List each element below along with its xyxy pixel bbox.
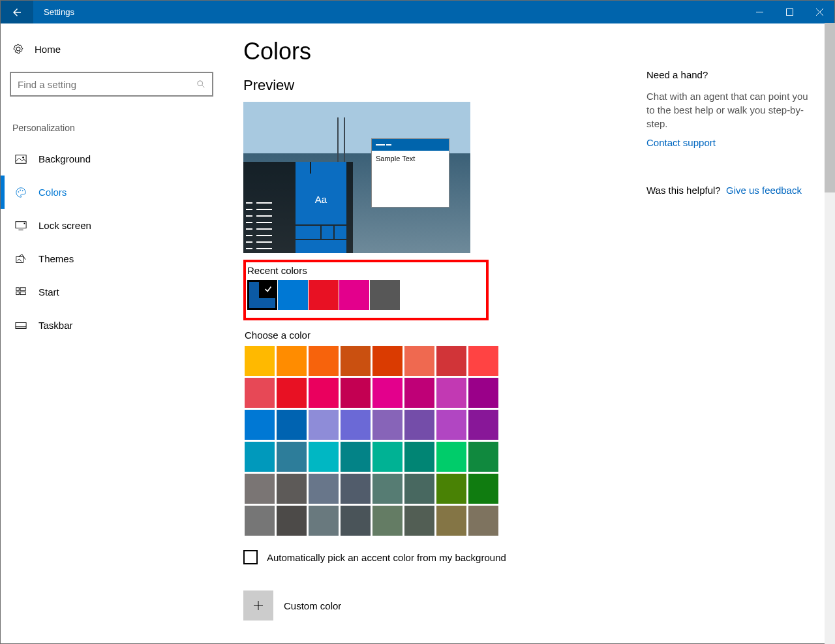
svg-rect-17 <box>16 322 26 328</box>
custom-color-row[interactable]: Custom color <box>243 590 834 621</box>
maximize-button[interactable] <box>774 1 804 23</box>
page-title: Colors <box>243 38 834 65</box>
color-swatch[interactable] <box>277 410 307 440</box>
color-swatch[interactable] <box>436 346 466 376</box>
color-swatch[interactable] <box>372 410 402 440</box>
sidebar-item-colors[interactable]: Colors <box>10 176 213 209</box>
plus-icon <box>253 600 264 611</box>
recent-color-swatch[interactable] <box>339 280 369 310</box>
scrollbar-thumb[interactable] <box>825 23 835 192</box>
color-swatch[interactable] <box>245 506 275 536</box>
home-label: Home <box>35 44 61 55</box>
color-swatch[interactable] <box>341 410 371 440</box>
color-swatch[interactable] <box>404 346 434 376</box>
auto-pick-checkbox-row[interactable]: Automatically pick an accent color from … <box>243 550 834 564</box>
svg-rect-13 <box>16 287 20 290</box>
color-swatch[interactable] <box>468 410 498 440</box>
color-swatch[interactable] <box>245 474 275 504</box>
color-swatch[interactable] <box>309 378 339 408</box>
start-grid-icon <box>15 286 27 298</box>
recent-color-swatch[interactable] <box>247 280 277 310</box>
svg-point-6 <box>18 191 20 192</box>
svg-rect-10 <box>24 222 25 224</box>
sidebar-item-label: Start <box>38 286 59 298</box>
minimize-button[interactable] <box>744 1 774 23</box>
window-controls <box>744 1 834 23</box>
svg-rect-1 <box>786 9 793 16</box>
color-swatch[interactable] <box>404 410 434 440</box>
sidebar-item-background[interactable]: Background <box>10 142 213 176</box>
color-swatch[interactable] <box>309 442 339 472</box>
preview-sample-text: Sample Text <box>372 151 449 166</box>
color-swatch[interactable] <box>341 378 371 408</box>
color-swatch[interactable] <box>404 442 434 472</box>
main-pane: Colors Preview Aa Sample Text <box>222 23 834 643</box>
close-button[interactable] <box>804 1 834 23</box>
color-swatch[interactable] <box>468 346 498 376</box>
color-swatch[interactable] <box>436 378 466 408</box>
title-bar: Settings <box>1 1 834 23</box>
close-icon <box>816 8 823 16</box>
picture-icon <box>15 153 27 165</box>
checkbox-icon[interactable] <box>243 550 258 564</box>
color-swatch[interactable] <box>277 378 307 408</box>
color-swatch[interactable] <box>404 474 434 504</box>
color-swatch[interactable] <box>309 410 339 440</box>
monitor-icon <box>15 220 27 232</box>
recent-colors-row <box>246 280 400 310</box>
color-swatch[interactable] <box>372 378 402 408</box>
color-swatch[interactable] <box>309 474 339 504</box>
color-swatch[interactable] <box>436 442 466 472</box>
color-swatch[interactable] <box>404 378 434 408</box>
color-swatch[interactable] <box>436 474 466 504</box>
color-swatch[interactable] <box>309 346 339 376</box>
color-swatch[interactable] <box>372 346 402 376</box>
color-swatch[interactable] <box>277 474 307 504</box>
color-swatch[interactable] <box>245 410 275 440</box>
sidebar-item-label: Lock screen <box>38 220 91 231</box>
color-swatch[interactable] <box>436 506 466 536</box>
window-title: Settings <box>33 1 74 23</box>
color-swatch[interactable] <box>341 506 371 536</box>
back-button[interactable] <box>1 1 33 23</box>
color-swatch[interactable] <box>245 442 275 472</box>
color-swatch[interactable] <box>468 506 498 536</box>
give-feedback-link[interactable]: Give us feedback <box>726 185 802 196</box>
color-swatch[interactable] <box>372 506 402 536</box>
recent-color-swatch[interactable] <box>370 280 400 310</box>
sidebar-item-taskbar[interactable]: Taskbar <box>10 309 213 342</box>
color-swatch[interactable] <box>277 506 307 536</box>
sidebar-item-start[interactable]: Start <box>10 275 213 309</box>
custom-color-label: Custom color <box>284 600 341 611</box>
color-swatch[interactable] <box>468 378 498 408</box>
color-swatch[interactable] <box>341 474 371 504</box>
sidebar-item-lock-screen[interactable]: Lock screen <box>10 209 213 242</box>
sidebar-item-themes[interactable]: Themes <box>10 242 213 275</box>
color-swatch[interactable] <box>245 378 275 408</box>
color-swatch[interactable] <box>277 346 307 376</box>
custom-color-button[interactable] <box>243 590 273 621</box>
color-swatch[interactable] <box>468 442 498 472</box>
home-nav[interactable]: Home <box>10 38 213 60</box>
recent-color-swatch[interactable] <box>309 280 339 310</box>
color-swatch[interactable] <box>468 474 498 504</box>
color-swatch[interactable] <box>404 506 434 536</box>
svg-rect-0 <box>756 12 763 12</box>
svg-point-7 <box>20 189 21 191</box>
color-swatch[interactable] <box>372 442 402 472</box>
recent-color-swatch[interactable] <box>278 280 308 310</box>
color-swatch[interactable] <box>245 346 275 376</box>
recent-colors-label: Recent colors <box>246 262 400 280</box>
color-swatch[interactable] <box>372 474 402 504</box>
sidebar-item-label: Colors <box>38 187 67 198</box>
search-box[interactable] <box>10 72 213 97</box>
sidebar-item-label: Taskbar <box>38 320 73 331</box>
color-swatch[interactable] <box>341 442 371 472</box>
search-input[interactable] <box>18 79 196 90</box>
color-swatch[interactable] <box>436 410 466 440</box>
color-swatch[interactable] <box>309 506 339 536</box>
color-swatch[interactable] <box>277 442 307 472</box>
was-helpful-label: Was this helpful? <box>646 185 721 196</box>
contact-support-link[interactable]: Contact support <box>646 137 808 148</box>
color-swatch[interactable] <box>341 346 371 376</box>
